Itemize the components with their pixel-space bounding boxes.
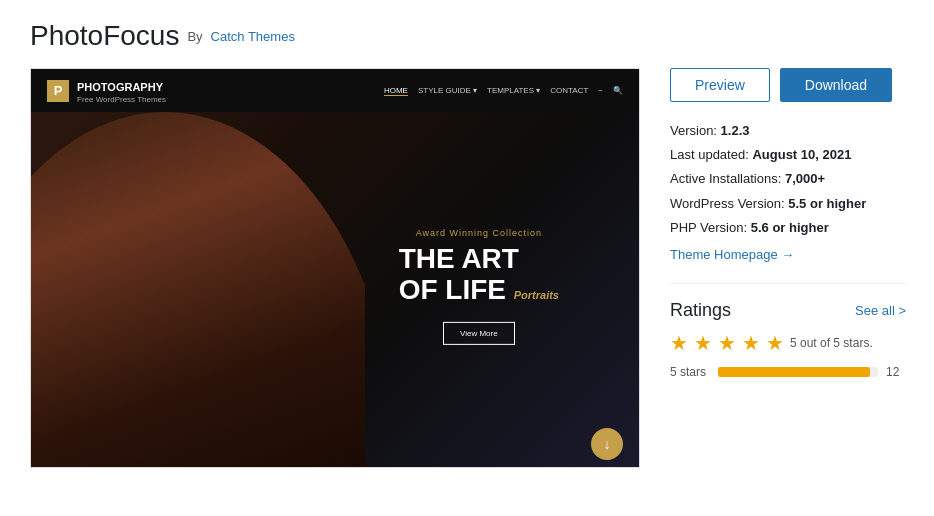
- star-3: ★: [718, 331, 736, 355]
- stars-out-of-label: 5 out of 5 stars.: [790, 336, 873, 350]
- nav-style-guide: STYLE GUIDE ▾: [418, 86, 477, 95]
- download-button[interactable]: Download: [780, 68, 892, 102]
- wp-version-label: WordPress Version:: [670, 196, 785, 211]
- theme-preview-image: P PHOTOGRAPHY Free WordPress Themes HOME…: [30, 68, 640, 468]
- bar-count-5stars: 12: [886, 365, 906, 379]
- nav-contact: CONTACT: [550, 86, 588, 95]
- logo-text-block: PHOTOGRAPHY Free WordPress Themes: [77, 77, 166, 104]
- main-content: P PHOTOGRAPHY Free WordPress Themes HOME…: [30, 68, 904, 468]
- stars-row: ★ ★ ★ ★ ★ 5 out of 5 stars.: [670, 331, 906, 355]
- theme-homepage-link[interactable]: Theme Homepage →: [670, 247, 794, 262]
- php-version-label: PHP Version:: [670, 220, 747, 235]
- wp-version-row: WordPress Version: 5.5 or higher: [670, 195, 906, 213]
- see-all-link[interactable]: See all >: [855, 303, 906, 318]
- by-text: By: [187, 29, 202, 44]
- hero-title: THE ART OF LIFE Portraits: [399, 244, 559, 306]
- theme-title-row: PhotoFocus By Catch Themes: [30, 20, 904, 52]
- star-1: ★: [670, 331, 688, 355]
- preview-button[interactable]: Preview: [670, 68, 770, 102]
- last-updated-value: August 10, 2021: [752, 147, 851, 162]
- fake-logo: P PHOTOGRAPHY Free WordPress Themes: [47, 77, 166, 104]
- nav-home: HOME: [384, 86, 408, 96]
- fake-hero: Award Winning Collection THE ART OF LIFE…: [31, 112, 639, 468]
- nav-search-icon: 🔍: [613, 86, 623, 95]
- hero-award-text: Award Winning Collection: [399, 228, 559, 238]
- hero-background: Award Winning Collection THE ART OF LIFE…: [31, 112, 639, 468]
- star-2: ★: [694, 331, 712, 355]
- ratings-title: Ratings: [670, 300, 731, 321]
- sidebar: Preview Download Version: 1.2.3 Last upd…: [670, 68, 906, 468]
- logo-site-title: PHOTOGRAPHY: [77, 81, 163, 93]
- action-buttons: Preview Download: [670, 68, 906, 102]
- last-updated-row: Last updated: August 10, 2021: [670, 146, 906, 164]
- nav-share-icon: −: [598, 86, 603, 95]
- rating-bar-5stars: 5 stars 12: [670, 365, 906, 379]
- hero-title-line2: OF LIFE: [399, 274, 506, 305]
- star-5: ★: [766, 331, 784, 355]
- wp-version-value: 5.5 or higher: [788, 196, 866, 211]
- last-updated-label: Last updated:: [670, 147, 749, 162]
- bar-bg-5stars: [718, 367, 878, 377]
- ratings-section: Ratings See all > ★ ★ ★ ★ ★ 5 out of 5 s…: [670, 283, 906, 379]
- installations-label: Active Installations:: [670, 171, 781, 186]
- logo-site-sub: Free WordPress Themes: [77, 95, 166, 104]
- nav-templates: TEMPLATES ▾: [487, 86, 540, 95]
- hero-title-line1: THE ART: [399, 243, 519, 274]
- installations-row: Active Installations: 7,000+: [670, 170, 906, 188]
- fake-nav: HOME STYLE GUIDE ▾ TEMPLATES ▾ CONTACT −…: [384, 86, 623, 96]
- star-4: ★: [742, 331, 760, 355]
- meta-info: Version: 1.2.3 Last updated: August 10, …: [670, 122, 906, 263]
- logo-letter: P: [47, 80, 69, 102]
- author-link[interactable]: Catch Themes: [211, 29, 295, 44]
- version-row: Version: 1.2.3: [670, 122, 906, 140]
- bar-fill-5stars: [718, 367, 870, 377]
- version-value: 1.2.3: [721, 123, 750, 138]
- hero-subtitle: Portraits: [514, 289, 559, 301]
- preview-area: P PHOTOGRAPHY Free WordPress Themes HOME…: [30, 68, 640, 468]
- scroll-down-button[interactable]: ↓: [591, 428, 623, 460]
- hero-view-more-button[interactable]: View More: [443, 321, 515, 344]
- php-version-value: 5.6 or higher: [751, 220, 829, 235]
- bar-label-5stars: 5 stars: [670, 365, 710, 379]
- fake-theme-header: P PHOTOGRAPHY Free WordPress Themes HOME…: [31, 69, 639, 112]
- hero-text-area: Award Winning Collection THE ART OF LIFE…: [399, 228, 559, 345]
- php-version-row: PHP Version: 5.6 or higher: [670, 219, 906, 237]
- installations-value: 7,000+: [785, 171, 825, 186]
- theme-title: PhotoFocus: [30, 20, 179, 52]
- page-wrapper: PhotoFocus By Catch Themes P PHOTOGRAPHY…: [0, 0, 934, 488]
- version-label: Version:: [670, 123, 717, 138]
- ratings-header: Ratings See all >: [670, 300, 906, 321]
- hero-person-silhouette: [31, 112, 365, 468]
